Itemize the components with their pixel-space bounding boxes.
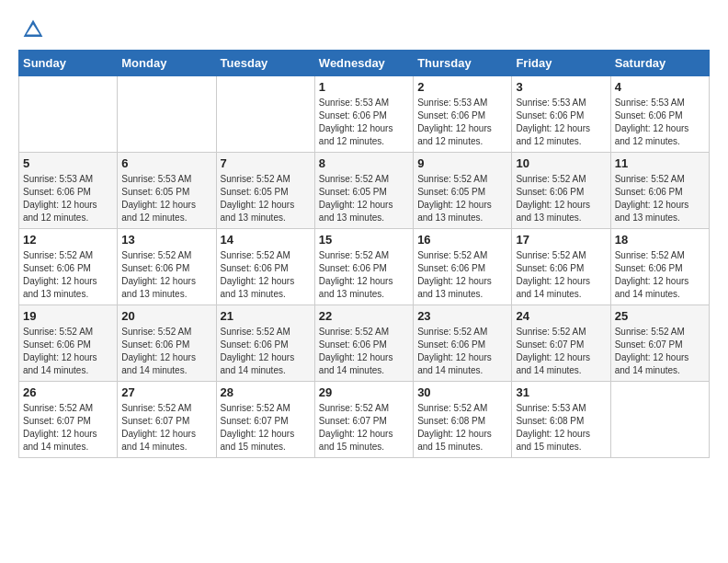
day-info: Sunrise: 5:52 AMSunset: 6:06 PMDaylight:… <box>121 249 211 301</box>
day-info: Sunrise: 5:52 AMSunset: 6:07 PMDaylight:… <box>516 326 606 377</box>
day-number: 7 <box>221 156 311 170</box>
calendar-cell: 10Sunrise: 5:52 AMSunset: 6:06 PMDayligh… <box>512 153 610 229</box>
logo <box>18 18 44 40</box>
calendar-cell: 15Sunrise: 5:52 AMSunset: 6:06 PMDayligh… <box>314 229 413 305</box>
day-info: Sunrise: 5:52 AMSunset: 6:06 PMDaylight:… <box>121 326 211 377</box>
calendar-cell: 2Sunrise: 5:53 AMSunset: 6:06 PMDaylight… <box>414 76 512 153</box>
day-info: Sunrise: 5:52 AMSunset: 6:07 PMDaylight:… <box>221 402 311 454</box>
calendar-cell: 31Sunrise: 5:53 AMSunset: 6:08 PMDayligh… <box>512 382 610 458</box>
calendar-cell: 26Sunrise: 5:52 AMSunset: 6:07 PMDayligh… <box>19 382 118 458</box>
day-info: Sunrise: 5:52 AMSunset: 6:06 PMDaylight:… <box>615 173 705 224</box>
day-info: Sunrise: 5:52 AMSunset: 6:05 PMDaylight:… <box>319 173 409 224</box>
weekday-header: Sunday <box>19 51 118 76</box>
calendar-week-row: 26Sunrise: 5:52 AMSunset: 6:07 PMDayligh… <box>19 382 710 458</box>
day-number: 17 <box>516 233 606 247</box>
calendar-cell: 13Sunrise: 5:52 AMSunset: 6:06 PMDayligh… <box>118 229 216 305</box>
day-number: 12 <box>23 233 113 247</box>
day-info: Sunrise: 5:53 AMSunset: 6:06 PMDaylight:… <box>417 97 507 148</box>
calendar-cell: 6Sunrise: 5:53 AMSunset: 6:05 PMDaylight… <box>118 153 216 229</box>
calendar-cell: 5Sunrise: 5:53 AMSunset: 6:06 PMDaylight… <box>19 153 118 229</box>
calendar-week-row: 1Sunrise: 5:53 AMSunset: 6:06 PMDaylight… <box>19 76 710 153</box>
day-info: Sunrise: 5:53 AMSunset: 6:06 PMDaylight:… <box>516 97 606 148</box>
day-number: 29 <box>319 385 409 399</box>
calendar-cell: 28Sunrise: 5:52 AMSunset: 6:07 PMDayligh… <box>216 382 314 458</box>
calendar-header-row: SundayMondayTuesdayWednesdayThursdayFrid… <box>19 51 710 76</box>
day-info: Sunrise: 5:53 AMSunset: 6:06 PMDaylight:… <box>319 97 409 148</box>
day-info: Sunrise: 5:52 AMSunset: 6:06 PMDaylight:… <box>516 249 606 301</box>
day-number: 19 <box>23 309 113 323</box>
day-info: Sunrise: 5:52 AMSunset: 6:06 PMDaylight:… <box>221 249 311 301</box>
day-info: Sunrise: 5:52 AMSunset: 6:08 PMDaylight:… <box>417 402 507 454</box>
day-number: 18 <box>615 233 705 247</box>
day-number: 5 <box>23 156 113 170</box>
day-number: 24 <box>516 309 606 323</box>
day-number: 31 <box>516 385 606 399</box>
calendar-cell: 8Sunrise: 5:52 AMSunset: 6:05 PMDaylight… <box>314 153 413 229</box>
calendar-week-row: 5Sunrise: 5:53 AMSunset: 6:06 PMDaylight… <box>19 153 710 229</box>
calendar-cell: 16Sunrise: 5:52 AMSunset: 6:06 PMDayligh… <box>414 229 512 305</box>
calendar-cell: 21Sunrise: 5:52 AMSunset: 6:06 PMDayligh… <box>216 305 314 382</box>
calendar-week-row: 19Sunrise: 5:52 AMSunset: 6:06 PMDayligh… <box>19 305 710 382</box>
day-info: Sunrise: 5:52 AMSunset: 6:06 PMDaylight:… <box>319 249 409 301</box>
calendar-cell: 1Sunrise: 5:53 AMSunset: 6:06 PMDaylight… <box>314 76 413 153</box>
day-info: Sunrise: 5:52 AMSunset: 6:07 PMDaylight:… <box>121 402 211 454</box>
day-number: 27 <box>121 385 211 399</box>
day-number: 20 <box>121 309 211 323</box>
day-number: 4 <box>615 80 705 94</box>
calendar-cell: 9Sunrise: 5:52 AMSunset: 6:05 PMDaylight… <box>414 153 512 229</box>
weekday-header: Wednesday <box>314 51 413 76</box>
weekday-header: Monday <box>118 51 216 76</box>
day-number: 10 <box>516 156 606 170</box>
weekday-header: Friday <box>512 51 610 76</box>
calendar-table: SundayMondayTuesdayWednesdayThursdayFrid… <box>18 50 710 458</box>
day-number: 25 <box>615 309 705 323</box>
calendar-cell: 11Sunrise: 5:52 AMSunset: 6:06 PMDayligh… <box>610 153 709 229</box>
calendar-cell: 12Sunrise: 5:52 AMSunset: 6:06 PMDayligh… <box>19 229 118 305</box>
calendar-cell: 19Sunrise: 5:52 AMSunset: 6:06 PMDayligh… <box>19 305 118 382</box>
day-info: Sunrise: 5:53 AMSunset: 6:05 PMDaylight:… <box>121 173 211 224</box>
day-info: Sunrise: 5:52 AMSunset: 6:07 PMDaylight:… <box>319 402 409 454</box>
day-number: 15 <box>319 233 409 247</box>
weekday-header: Tuesday <box>216 51 314 76</box>
day-info: Sunrise: 5:52 AMSunset: 6:06 PMDaylight:… <box>23 326 113 377</box>
calendar-cell <box>19 76 118 153</box>
logo-icon <box>22 18 44 40</box>
day-number: 14 <box>221 233 311 247</box>
day-number: 30 <box>417 385 507 399</box>
calendar-cell: 30Sunrise: 5:52 AMSunset: 6:08 PMDayligh… <box>414 382 512 458</box>
day-number: 11 <box>615 156 705 170</box>
calendar-cell: 22Sunrise: 5:52 AMSunset: 6:06 PMDayligh… <box>314 305 413 382</box>
day-number: 28 <box>221 385 311 399</box>
day-info: Sunrise: 5:52 AMSunset: 6:06 PMDaylight:… <box>23 249 113 301</box>
day-number: 6 <box>121 156 211 170</box>
day-info: Sunrise: 5:52 AMSunset: 6:06 PMDaylight:… <box>417 249 507 301</box>
day-info: Sunrise: 5:52 AMSunset: 6:06 PMDaylight:… <box>319 326 409 377</box>
day-info: Sunrise: 5:53 AMSunset: 6:08 PMDaylight:… <box>516 402 606 454</box>
calendar-cell: 3Sunrise: 5:53 AMSunset: 6:06 PMDaylight… <box>512 76 610 153</box>
page-header <box>18 18 710 40</box>
calendar-cell <box>118 76 216 153</box>
day-number: 9 <box>417 156 507 170</box>
calendar-cell: 29Sunrise: 5:52 AMSunset: 6:07 PMDayligh… <box>314 382 413 458</box>
weekday-header: Thursday <box>414 51 512 76</box>
calendar-cell: 18Sunrise: 5:52 AMSunset: 6:06 PMDayligh… <box>610 229 709 305</box>
calendar-week-row: 12Sunrise: 5:52 AMSunset: 6:06 PMDayligh… <box>19 229 710 305</box>
calendar-cell: 20Sunrise: 5:52 AMSunset: 6:06 PMDayligh… <box>118 305 216 382</box>
calendar-cell: 7Sunrise: 5:52 AMSunset: 6:05 PMDaylight… <box>216 153 314 229</box>
calendar-cell <box>216 76 314 153</box>
day-number: 8 <box>319 156 409 170</box>
calendar-cell: 17Sunrise: 5:52 AMSunset: 6:06 PMDayligh… <box>512 229 610 305</box>
day-info: Sunrise: 5:52 AMSunset: 6:06 PMDaylight:… <box>417 326 507 377</box>
day-number: 21 <box>221 309 311 323</box>
day-number: 13 <box>121 233 211 247</box>
calendar-cell <box>610 382 709 458</box>
day-number: 23 <box>417 309 507 323</box>
day-info: Sunrise: 5:53 AMSunset: 6:06 PMDaylight:… <box>615 97 705 148</box>
day-number: 22 <box>319 309 409 323</box>
day-info: Sunrise: 5:53 AMSunset: 6:06 PMDaylight:… <box>23 173 113 224</box>
calendar-cell: 4Sunrise: 5:53 AMSunset: 6:06 PMDaylight… <box>610 76 709 153</box>
day-number: 26 <box>23 385 113 399</box>
calendar-cell: 14Sunrise: 5:52 AMSunset: 6:06 PMDayligh… <box>216 229 314 305</box>
day-number: 16 <box>417 233 507 247</box>
day-info: Sunrise: 5:52 AMSunset: 6:06 PMDaylight:… <box>615 249 705 301</box>
